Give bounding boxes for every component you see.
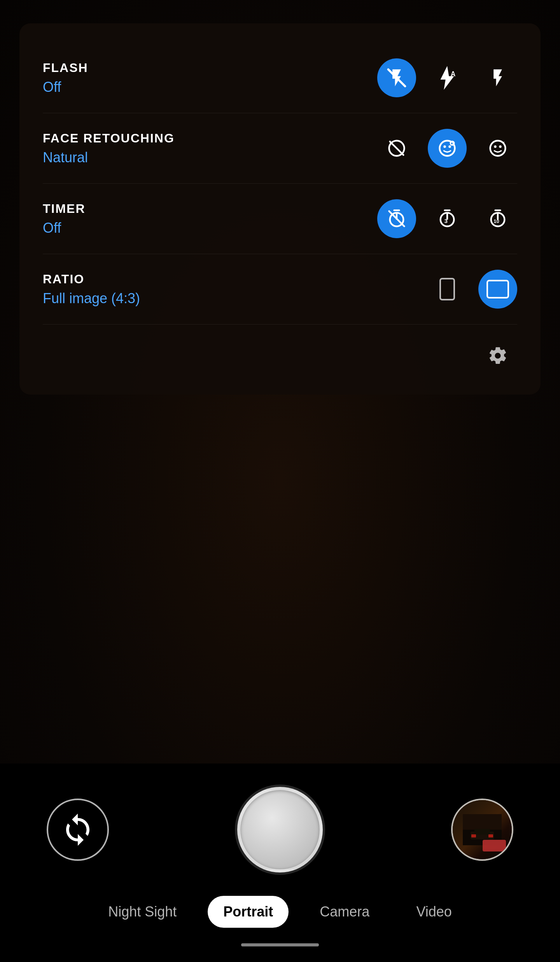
face-retouching-value: Natural: [43, 149, 175, 166]
gallery-thumbnail: [453, 800, 512, 859]
flash-auto-button[interactable]: A: [428, 58, 467, 97]
tab-portrait[interactable]: Portrait: [208, 896, 289, 928]
timer-3s-icon: 3: [437, 209, 457, 229]
svg-point-11: [494, 145, 497, 148]
face-retouching-natural-button[interactable]: ✦: [428, 129, 467, 168]
ratio-value: Full image (4:3): [43, 290, 140, 307]
tab-night-sight[interactable]: Night Sight: [93, 896, 192, 928]
svg-rect-30: [474, 829, 490, 835]
ratio-controls: [428, 270, 517, 309]
flash-off-button[interactable]: [377, 58, 416, 97]
ratio-label: RATIO Full image (4:3): [43, 272, 140, 307]
face-retouching-natural-icon: ✦: [437, 138, 457, 158]
tab-video[interactable]: Video: [401, 896, 467, 928]
flash-value: Off: [43, 79, 88, 95]
svg-text:3: 3: [444, 218, 447, 224]
svg-text:A: A: [451, 70, 456, 78]
flip-camera-icon: [60, 812, 95, 847]
settings-panel: FLASH Off A: [19, 23, 541, 395]
flash-setting-row: FLASH Off A: [43, 43, 517, 113]
ratio-43-button[interactable]: [478, 270, 517, 309]
flash-on-icon: [488, 68, 508, 88]
face-retouching-title: FACE RETOUCHING: [43, 131, 175, 146]
mode-tabs: Night Sight Portrait Camera Video: [0, 896, 560, 928]
flash-title: FLASH: [43, 61, 88, 75]
svg-point-7: [448, 145, 451, 148]
face-retouching-smooth-button[interactable]: [478, 129, 517, 168]
settings-gear-row: [43, 325, 517, 375]
face-retouching-setting-row: FACE RETOUCHING Natural ✦: [43, 113, 517, 184]
ratio-title: RATIO: [43, 272, 140, 286]
svg-point-6: [443, 145, 446, 148]
gallery-button[interactable]: [451, 799, 513, 861]
svg-point-12: [499, 145, 502, 148]
face-retouching-controls: ✦: [377, 129, 517, 168]
timer-title: TIMER: [43, 202, 86, 216]
timer-setting-row: TIMER Off 3: [43, 184, 517, 254]
timer-10s-icon: 10: [488, 209, 508, 229]
flash-auto-icon: A: [434, 64, 461, 91]
timer-label: TIMER Off: [43, 202, 86, 236]
timer-off-icon: [387, 209, 407, 229]
gallery-preview-icon: [463, 814, 502, 845]
ratio-916-button[interactable]: [428, 270, 467, 309]
svg-rect-25: [440, 279, 454, 300]
flash-label: FLASH Off: [43, 61, 88, 95]
tab-camera[interactable]: Camera: [304, 896, 385, 928]
svg-rect-32: [488, 834, 493, 837]
flash-controls: A: [377, 58, 517, 97]
camera-controls-row: [0, 787, 560, 872]
camera-bottom-ui: Night Sight Portrait Camera Video: [0, 764, 560, 962]
face-retouching-off-button[interactable]: [377, 129, 416, 168]
home-indicator: [241, 943, 319, 946]
face-retouching-smooth-icon: [488, 138, 508, 158]
timer-value: Off: [43, 220, 86, 236]
ratio-43-icon: [486, 279, 509, 299]
timer-controls: 3 10: [377, 199, 517, 238]
face-retouching-off-icon: [387, 138, 407, 158]
svg-marker-1: [441, 66, 454, 90]
svg-point-10: [490, 141, 506, 156]
face-retouching-label: FACE RETOUCHING Natural: [43, 131, 175, 166]
svg-rect-31: [471, 834, 476, 837]
gear-icon: [488, 346, 508, 366]
svg-line-4: [390, 142, 404, 155]
flash-on-button[interactable]: [478, 58, 517, 97]
ratio-916-icon: [439, 277, 455, 301]
flash-off-icon: [387, 68, 407, 88]
ratio-setting-row: RATIO Full image (4:3): [43, 254, 517, 325]
svg-text:10: 10: [494, 218, 499, 224]
timer-off-button[interactable]: [377, 199, 416, 238]
timer-10s-button[interactable]: 10: [478, 199, 517, 238]
shutter-button[interactable]: [237, 787, 323, 872]
svg-text:✦: ✦: [450, 142, 453, 146]
svg-rect-26: [487, 281, 508, 298]
timer-3s-button[interactable]: 3: [428, 199, 467, 238]
gear-button[interactable]: [478, 336, 517, 375]
flip-camera-button[interactable]: [47, 799, 109, 861]
